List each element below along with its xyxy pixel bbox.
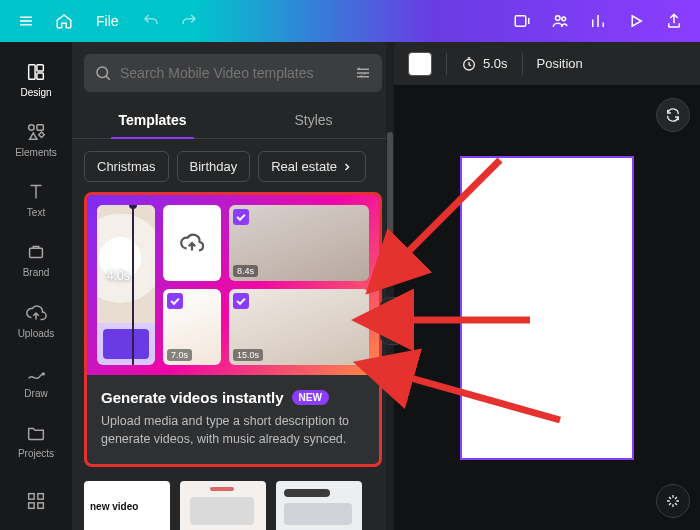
card-preview: 8.4s 4.0s 7.0s 15.0s (87, 195, 379, 375)
search-box[interactable] (84, 54, 382, 92)
svg-rect-13 (38, 503, 44, 509)
canvas-area: 5.0s Position (394, 42, 700, 530)
canvas-page[interactable] (462, 158, 632, 458)
regenerate-button[interactable] (656, 98, 690, 132)
card-title: Generate videos instantly (101, 389, 284, 406)
svg-rect-8 (30, 249, 43, 258)
svg-rect-3 (29, 64, 35, 79)
duration-value: 5.0s (483, 56, 508, 71)
redo-button[interactable] (173, 5, 205, 37)
template-thumb[interactable]: new video (84, 481, 170, 530)
rail-design-label: Design (20, 87, 51, 98)
rail-apps[interactable] (0, 472, 72, 530)
color-swatch[interactable] (408, 52, 432, 76)
media-tile-2: 8.4s (229, 205, 369, 281)
panel-tabs: Templates Styles (72, 102, 394, 139)
panel-scroll[interactable]: 8.4s 4.0s 7.0s 15.0s (72, 192, 394, 530)
scrollbar-thumb[interactable] (387, 132, 393, 242)
rail-uploads-label: Uploads (18, 328, 55, 339)
chip-christmas[interactable]: Christmas (84, 151, 169, 182)
tile-duration: 8.4s (233, 265, 258, 277)
svg-point-6 (29, 125, 35, 131)
rail-draw-label: Draw (24, 388, 47, 399)
rail-text[interactable]: Text (0, 171, 72, 229)
check-icon (233, 209, 249, 225)
check-icon (233, 293, 249, 309)
rail-projects-label: Projects (18, 448, 54, 459)
svg-rect-0 (515, 16, 526, 27)
magic-button[interactable] (656, 484, 690, 518)
template-thumb[interactable] (180, 481, 266, 530)
clock-icon (461, 56, 477, 72)
rail-projects[interactable]: Projects (0, 412, 72, 470)
rail-brand[interactable]: Brand (0, 231, 72, 289)
autoplay-icon[interactable] (506, 5, 538, 37)
panel-scrollbar[interactable] (386, 42, 394, 530)
rail-brand-label: Brand (23, 267, 50, 278)
svg-rect-4 (37, 64, 43, 70)
share-button[interactable] (658, 5, 690, 37)
tab-templates[interactable]: Templates (72, 102, 233, 138)
templates-panel: Templates Styles Christmas Birthday Real… (72, 42, 394, 530)
card-description: Upload media and type a short descriptio… (101, 412, 365, 448)
rail-text-label: Text (27, 207, 45, 218)
file-menu[interactable]: File (86, 7, 129, 35)
preview-duration: 4.0s (107, 269, 130, 283)
svg-point-1 (556, 16, 561, 21)
tile-duration: 15.0s (233, 349, 263, 361)
home-button[interactable] (48, 5, 80, 37)
search-input[interactable] (120, 65, 346, 81)
svg-rect-7 (37, 125, 43, 131)
rail-design[interactable]: Design (0, 50, 72, 108)
position-button[interactable]: Position (537, 56, 583, 71)
media-tile-4: 15.0s (229, 289, 369, 365)
rail-draw[interactable]: Draw (0, 351, 72, 409)
svg-rect-5 (37, 73, 43, 79)
new-badge: NEW (292, 390, 329, 405)
rail-elements-label: Elements (15, 147, 57, 158)
svg-rect-11 (38, 494, 44, 500)
upload-tile (163, 205, 221, 281)
canvas-stage[interactable] (394, 86, 700, 530)
tab-styles[interactable]: Styles (233, 102, 394, 138)
play-button[interactable] (620, 5, 652, 37)
top-bar: File (0, 0, 700, 42)
rail-elements[interactable]: Elements (0, 110, 72, 168)
chip-realestate[interactable]: Real estate (258, 151, 366, 182)
template-thumbnails: new video (84, 481, 382, 530)
svg-rect-10 (29, 494, 35, 500)
category-chips: Christmas Birthday Real estate (72, 139, 394, 192)
filter-icon[interactable] (354, 64, 372, 82)
card-body: Generate videos instantly NEW Upload med… (87, 375, 379, 464)
generate-videos-card[interactable]: 8.4s 4.0s 7.0s 15.0s (84, 192, 382, 467)
menu-button[interactable] (10, 5, 42, 37)
media-tile-3: 7.0s (163, 289, 221, 365)
preview-video-tile: 4.0s (97, 205, 155, 365)
check-icon (167, 293, 183, 309)
analytics-icon[interactable] (582, 5, 614, 37)
svg-point-14 (97, 67, 108, 78)
collaborators-icon[interactable] (544, 5, 576, 37)
rail-uploads[interactable]: Uploads (0, 291, 72, 349)
playhead (132, 205, 134, 365)
canvas-toolbar: 5.0s Position (394, 42, 700, 86)
svg-rect-12 (29, 503, 35, 509)
audio-waveform (103, 329, 149, 359)
svg-point-2 (562, 17, 566, 21)
side-rail: Design Elements Text Brand Uploads Draw … (0, 42, 72, 530)
template-thumb[interactable] (276, 481, 362, 530)
undo-button[interactable] (135, 5, 167, 37)
tile-duration: 7.0s (167, 349, 192, 361)
search-icon (94, 64, 112, 82)
duration-control[interactable]: 5.0s (461, 56, 508, 72)
chip-birthday[interactable]: Birthday (177, 151, 251, 182)
